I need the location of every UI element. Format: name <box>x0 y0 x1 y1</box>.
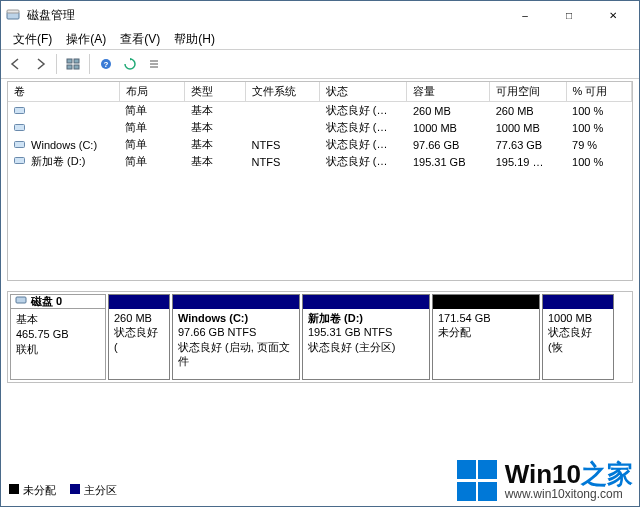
app-icon <box>5 7 21 23</box>
watermark-url: www.win10xitong.com <box>505 488 633 501</box>
close-button[interactable]: ✕ <box>591 1 635 29</box>
partition-primary[interactable]: 新加卷 (D:)195.31 GB NTFS状态良好 (主分区) <box>302 294 430 380</box>
disk-icon <box>15 294 27 310</box>
svg-rect-3 <box>74 59 79 63</box>
titlebar: 磁盘管理 – □ ✕ <box>1 1 639 29</box>
legend-primary: 主分区 <box>70 483 117 498</box>
volume-icon <box>14 139 28 151</box>
watermark-brand: Win10 <box>505 459 581 489</box>
watermark-suffix: 之家 <box>581 459 633 489</box>
col-status[interactable]: 状态 <box>320 82 407 102</box>
watermark: Win10之家 www.win10xitong.com <box>457 460 633 502</box>
col-volume[interactable]: 卷 <box>8 82 119 102</box>
forward-button[interactable] <box>29 53 51 75</box>
svg-text:?: ? <box>104 60 109 69</box>
disk-management-window: 磁盘管理 – □ ✕ 文件(F) 操作(A) 查看(V) 帮助(H) ? <box>0 0 640 507</box>
window-buttons: – □ ✕ <box>503 1 635 29</box>
table-header-row: 卷 布局 类型 文件系统 状态 容量 可用空间 % 可用 <box>8 82 632 102</box>
toolbar: ? <box>1 50 639 78</box>
col-fs[interactable]: 文件系统 <box>246 82 320 102</box>
volume-icon <box>14 122 28 134</box>
menu-file[interactable]: 文件(F) <box>7 30 58 49</box>
disk-info-panel[interactable]: 磁盘 0 基本 465.75 GB 联机 <box>10 294 106 380</box>
list-button[interactable] <box>143 53 165 75</box>
volume-icon <box>14 155 28 167</box>
back-button[interactable] <box>5 53 27 75</box>
menubar: 文件(F) 操作(A) 查看(V) 帮助(H) <box>1 29 639 49</box>
help-button[interactable]: ? <box>95 53 117 75</box>
window-title: 磁盘管理 <box>27 7 503 24</box>
windows-logo-icon <box>457 460 499 502</box>
menu-help[interactable]: 帮助(H) <box>168 30 221 49</box>
disk-graphical-view: 磁盘 0 基本 465.75 GB 联机 260 MB状态良好 (Windows… <box>7 291 633 383</box>
table-row[interactable]: Windows (C:)简单基本NTFS状态良好 (…97.66 GB77.63… <box>8 136 632 153</box>
svg-rect-12 <box>15 124 25 130</box>
partition-unallocated[interactable]: 171.54 GB未分配 <box>432 294 540 380</box>
disk-label: 磁盘 0 <box>31 294 62 309</box>
disk-type: 基本 <box>16 312 100 327</box>
volume-icon <box>14 105 28 117</box>
col-free[interactable]: 可用空间 <box>490 82 566 102</box>
svg-rect-5 <box>74 65 79 69</box>
table-row[interactable]: 简单基本状态良好 (…260 MB260 MB100 % <box>8 102 632 120</box>
partition-primary[interactable]: 1000 MB状态良好 (恢 <box>542 294 614 380</box>
disk-size: 465.75 GB <box>16 327 100 342</box>
view-button[interactable] <box>62 53 84 75</box>
svg-rect-14 <box>15 158 25 164</box>
svg-rect-15 <box>16 297 26 303</box>
legend-unallocated: 未分配 <box>9 483 56 498</box>
maximize-button[interactable]: □ <box>547 1 591 29</box>
table-row[interactable]: 新加卷 (D:)简单基本NTFS状态良好 (…195.31 GB195.19 …… <box>8 153 632 170</box>
minimize-button[interactable]: – <box>503 1 547 29</box>
col-layout[interactable]: 布局 <box>119 82 184 102</box>
volume-list[interactable]: 卷 布局 类型 文件系统 状态 容量 可用空间 % 可用 简单基本状态良好 (…… <box>7 81 633 281</box>
col-pct[interactable]: % 可用 <box>566 82 631 102</box>
refresh-button[interactable] <box>119 53 141 75</box>
menu-view[interactable]: 查看(V) <box>114 30 166 49</box>
svg-rect-11 <box>15 107 25 113</box>
svg-rect-13 <box>15 141 25 147</box>
disk-status: 联机 <box>16 342 100 357</box>
partition-primary[interactable]: Windows (C:)97.66 GB NTFS状态良好 (启动, 页面文件 <box>172 294 300 380</box>
partition-primary[interactable]: 260 MB状态良好 ( <box>108 294 170 380</box>
svg-rect-1 <box>7 10 19 13</box>
svg-rect-4 <box>67 65 72 69</box>
col-type[interactable]: 类型 <box>185 82 246 102</box>
col-capacity[interactable]: 容量 <box>407 82 490 102</box>
table-row[interactable]: 简单基本状态良好 (…1000 MB1000 MB100 % <box>8 119 632 136</box>
legend: 未分配 主分区 <box>9 483 117 498</box>
menu-action[interactable]: 操作(A) <box>60 30 112 49</box>
svg-rect-2 <box>67 59 72 63</box>
